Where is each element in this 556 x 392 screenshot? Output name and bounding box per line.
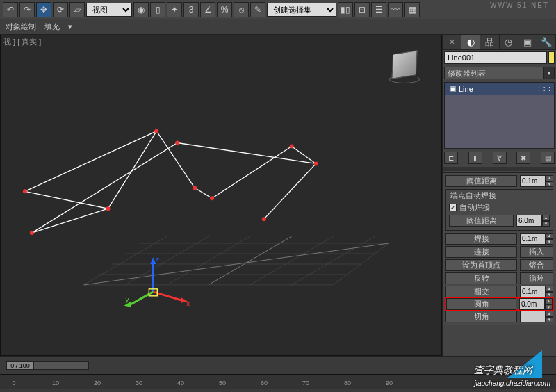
scene-content: yxz xyxy=(1,35,441,356)
tab-hierarchy-icon[interactable]: 品 xyxy=(480,35,499,49)
weld-spinner[interactable]: 0.1m xyxy=(520,233,546,245)
unique-icon[interactable]: ∀ xyxy=(493,152,507,164)
tab-display-icon[interactable]: ▣ xyxy=(518,35,537,49)
ribbon-bar: 对象绘制 填充 ▾ xyxy=(0,19,556,35)
spin-up-icon[interactable]: ▲ xyxy=(546,175,553,181)
ref-coord-dropdown[interactable]: 视图 xyxy=(86,3,132,17)
svg-point-17 xyxy=(154,129,158,133)
svg-text:x: x xyxy=(186,300,190,307)
svg-line-13 xyxy=(208,236,292,285)
svg-point-22 xyxy=(290,145,294,149)
percent-snap-icon[interactable]: % xyxy=(217,2,232,17)
fillet-button[interactable]: 圆角 xyxy=(446,298,516,310)
pin-stack-icon[interactable]: ⊏ xyxy=(444,152,458,164)
svg-point-15 xyxy=(23,189,27,193)
spinner-snap-icon[interactable]: ⎋ xyxy=(234,2,249,17)
command-panel: ✳ ◐ 品 ◷ ▣ 🔧 修改器列表 ▼ ▣ Line : : : ⊏ Ⅱ ∀ ✖… xyxy=(442,35,556,356)
dropdown-arrow-icon[interactable]: ▼ xyxy=(543,67,555,79)
command-panel-tabs: ✳ ◐ 品 ◷ ▣ 🔧 xyxy=(443,35,556,50)
time-slider[interactable]: 0 / 100 xyxy=(0,356,556,374)
cross-button[interactable]: 相交 xyxy=(445,286,517,297)
auto-weld-title: 端点自动焊接 xyxy=(449,190,498,201)
object-name-field[interactable] xyxy=(444,51,547,64)
tab-motion-icon[interactable]: ◷ xyxy=(500,35,518,49)
svg-text:z: z xyxy=(156,255,159,263)
edit-sel-icon[interactable]: ✎ xyxy=(250,2,265,17)
object-paint-label: 对象绘制 xyxy=(6,22,36,32)
show-end-icon[interactable]: Ⅱ xyxy=(468,152,482,164)
svg-point-14 xyxy=(30,231,34,235)
svg-point-16 xyxy=(106,206,111,211)
threshold2-label: 阈值距离 xyxy=(449,215,514,227)
ribbon-toggle-icon[interactable]: ▾ xyxy=(68,22,72,31)
align-icon[interactable]: ⊟ xyxy=(354,2,370,17)
stack-subobj-icon[interactable]: : : : xyxy=(538,85,551,92)
threshold2-spinner[interactable]: 6.0m xyxy=(516,215,542,227)
tab-create-icon[interactable]: ✳ xyxy=(443,35,461,49)
stack-tools: ⊏ Ⅱ ∀ ✖ ▤ xyxy=(443,150,556,165)
select-move-icon[interactable]: ✥ xyxy=(36,2,51,17)
pivot-icon[interactable]: ◉ xyxy=(133,2,149,17)
svg-point-18 xyxy=(175,141,179,145)
time-thumb[interactable]: 0 / 100 xyxy=(6,361,34,370)
svg-line-7 xyxy=(167,236,250,285)
tab-modify-icon[interactable]: ◐ xyxy=(461,35,480,49)
modifier-stack[interactable]: ▣ Line : : : xyxy=(444,82,555,149)
weld-button[interactable]: 焊接 xyxy=(445,233,517,245)
chamfer-button[interactable]: 切角 xyxy=(445,311,517,322)
modifier-list-dropdown[interactable]: 修改器列表 xyxy=(444,67,543,79)
svg-point-19 xyxy=(193,186,197,190)
fill-label: 填充 xyxy=(44,22,60,32)
threshold-dist-spinner[interactable]: 0.1m xyxy=(520,175,546,187)
svg-point-23 xyxy=(314,161,318,165)
perspective-viewport[interactable]: 视 ] [ 真实 ] yxz xyxy=(0,35,442,356)
tab-utilities-icon[interactable]: 🔧 xyxy=(537,35,556,49)
svg-point-21 xyxy=(262,217,266,221)
rotate-icon[interactable]: ⟳ xyxy=(53,2,68,17)
object-color-swatch[interactable] xyxy=(548,51,555,64)
layers-icon[interactable]: ☰ xyxy=(371,2,386,17)
fuse-button[interactable]: 熔合 xyxy=(520,259,553,271)
svg-text:y: y xyxy=(125,295,129,303)
cross-spinner[interactable]: 0.1m xyxy=(520,286,546,297)
snap-toggle-icon[interactable]: 3 xyxy=(183,2,199,17)
remove-mod-icon[interactable]: ✖ xyxy=(516,152,530,164)
svg-point-20 xyxy=(210,196,214,200)
svg-marker-25 xyxy=(150,257,156,264)
watermark-url-top: WWW 51 NET xyxy=(490,1,549,9)
mirror-icon[interactable]: ▮▯ xyxy=(338,2,353,17)
svg-line-28 xyxy=(131,292,153,304)
auto-weld-group: 端点自动焊接 ✓自动焊接 阈值距离 6.0m▲▼ xyxy=(445,189,553,231)
make-first-button[interactable]: 设为首顶点 xyxy=(445,259,517,271)
main-toolbar: ↶ ↷ ✥ ⟳ ▱ 视图 ◉ ▯ ✦ 3 ∠ % ⎋ ✎ 创建选择集 ▮▯ ⊟ … xyxy=(0,0,556,19)
redo-icon[interactable]: ↷ xyxy=(19,2,35,17)
connect-button[interactable]: 连接 xyxy=(445,246,517,258)
schematic-icon[interactable]: ▦ xyxy=(404,2,420,17)
cycle-button[interactable]: 循环 xyxy=(520,272,553,284)
fillet-row-highlight: 圆角 0.0m▲▼ xyxy=(445,297,554,311)
reverse-button[interactable]: 反转 xyxy=(445,272,517,284)
fillet-spinner[interactable]: 0.0m xyxy=(519,298,545,310)
spin-down-icon[interactable]: ▼ xyxy=(546,181,553,188)
angle-snap-icon[interactable]: ∠ xyxy=(200,2,215,17)
main-area: 视 ] [ 真实 ] yxz xyxy=(0,35,556,356)
chamfer-spinner[interactable] xyxy=(520,311,546,322)
watermark-text: 查字典教程网 jiaocheng.chazidian.com xyxy=(474,364,550,388)
manip-icon[interactable]: ✦ xyxy=(167,2,182,17)
svg-line-10 xyxy=(292,236,375,285)
geometry-rollout: 阈值距离 0.1m▲▼ 端点自动焊接 ✓自动焊接 阈值距离 6.0m▲▼ 焊接 … xyxy=(443,172,556,325)
auto-weld-checkbox[interactable]: ✓ xyxy=(449,204,457,211)
threshold-dist-label: 阈值距离 xyxy=(445,175,517,187)
config-icon[interactable]: ▤ xyxy=(541,152,555,164)
undo-icon[interactable]: ↶ xyxy=(3,2,18,17)
auto-weld-label: 自动焊接 xyxy=(459,202,490,213)
named-selection-dropdown[interactable]: 创建选择集 xyxy=(267,3,336,17)
time-ruler: 0 10 20 30 40 50 60 70 80 90 xyxy=(0,374,556,389)
select-icon[interactable]: ▯ xyxy=(150,2,165,17)
scale-icon[interactable]: ▱ xyxy=(70,2,85,17)
curve-editor-icon[interactable]: 〰 xyxy=(388,2,403,17)
insert-button[interactable]: 插入 xyxy=(520,246,553,258)
